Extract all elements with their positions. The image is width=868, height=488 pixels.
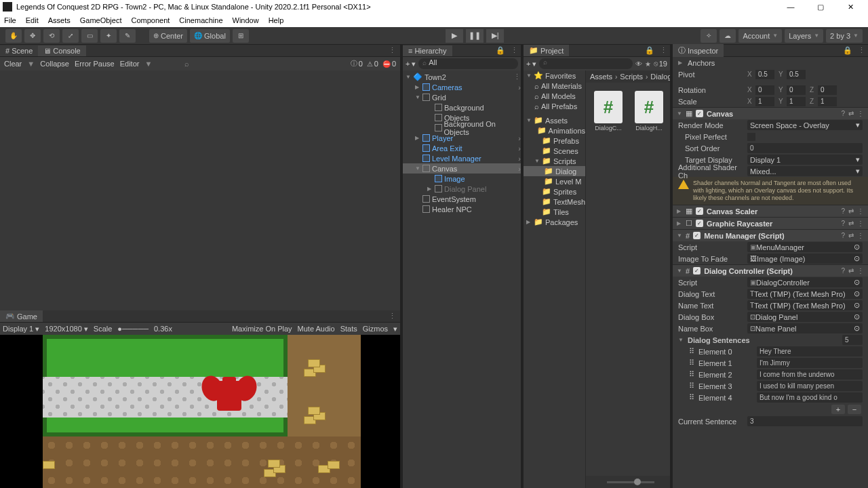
hand-tool-button[interactable]: ✋ (5, 29, 22, 43)
layout-dropdown[interactable]: 2 by 3▼ (826, 29, 863, 43)
menu-help[interactable]: Help (269, 16, 284, 24)
graphic-raycaster-component[interactable]: ▶☐✓Graphic Raycaster?⇄⋮ (673, 217, 868, 229)
editor-dropdown[interactable]: Editor (120, 60, 140, 68)
dialog-controller-component[interactable]: ▼#✓Dialog Controller (Script)?⇄⋮ (673, 264, 868, 277)
pivot-y-field[interactable]: 0.5 (787, 70, 806, 79)
folder-item[interactable]: ▼📁 Scripts (524, 156, 585, 166)
tab-inspector[interactable]: ⓘ Inspector (673, 44, 724, 57)
tab-menu-icon[interactable]: ⋮ (384, 312, 400, 321)
collapse-button[interactable]: Collapse (40, 60, 69, 68)
collab-button[interactable]: ✧ (701, 29, 717, 43)
hierarchy-item[interactable]: Background On Objects (403, 123, 521, 133)
play-button[interactable]: ▶ (446, 29, 463, 43)
hidden-count[interactable]: ⦸19 (654, 60, 667, 68)
search-icon[interactable]: ⌕ (184, 60, 189, 68)
hierarchy-search[interactable]: ⌕ All (418, 58, 518, 69)
folder-item[interactable]: 📁 Level M (524, 176, 585, 186)
hierarchy-item[interactable]: Level Manager› (403, 153, 521, 163)
rect-tool-button[interactable]: ▭ (81, 29, 98, 43)
error-count[interactable]: ⛔ 0 (382, 60, 396, 68)
step-button[interactable]: ▶| (486, 29, 504, 43)
scale-tool-button[interactable]: ⤢ (62, 29, 79, 43)
menu-cinemachine[interactable]: Cinemachine (179, 16, 222, 24)
object-field[interactable]: 🖼 Image (Image)⊙ (747, 253, 863, 264)
clear-button[interactable]: Clear (4, 60, 22, 68)
folder-item[interactable]: 📁 Scenes (524, 146, 585, 156)
tab-project[interactable]: 📁 Project (524, 45, 569, 56)
folder-item-selected[interactable]: 📁 Dialog (524, 166, 585, 176)
close-button[interactable]: ✕ (835, 0, 865, 14)
scl-x-field[interactable]: 1 (755, 97, 774, 106)
hierarchy-item[interactable]: Healer NPC (403, 204, 521, 214)
icon-size-slider[interactable] (586, 476, 670, 488)
hierarchy-item-selected[interactable]: ▼Canvas› (403, 163, 521, 174)
pixelperfect-checkbox[interactable] (747, 133, 755, 141)
project-search[interactable]: ⌕ (539, 58, 632, 69)
assets-header[interactable]: ▼📁 Assets (524, 115, 585, 125)
file-item[interactable]: #DialogH... (635, 91, 663, 131)
object-field[interactable]: ⊡ Dialog Panel⊙ (747, 312, 863, 322)
object-field[interactable]: T Text (TMP) (Text Mesh Pro)⊙ (747, 300, 863, 310)
menu-file[interactable]: File (4, 16, 16, 24)
scene-root[interactable]: ▼🔷 Town2⋮ (403, 72, 521, 82)
tab-menu-icon[interactable]: ⋮ (384, 46, 400, 55)
error-pause-button[interactable]: Error Pause (75, 60, 115, 68)
pause-button[interactable]: ❚❚ (466, 29, 484, 43)
file-item[interactable]: #DialogC... (594, 91, 623, 131)
targetdisplay-dropdown[interactable]: Display 1▾ (747, 155, 863, 165)
stats-toggle[interactable]: Stats (340, 325, 357, 333)
scale-slider[interactable]: ●───── (117, 325, 149, 333)
packages-header[interactable]: ▶📁 Packages (524, 217, 585, 227)
account-dropdown[interactable]: Account▼ (738, 29, 782, 43)
create-dropdown[interactable]: + ▾ (526, 60, 536, 68)
canvas-component[interactable]: ▼▦✓Canvas?⇄⋮ (673, 107, 868, 119)
transform-tool-button[interactable]: ✦ (100, 29, 117, 43)
mute-toggle[interactable]: Mute Audio (298, 325, 335, 333)
element-field[interactable]: I used to kill many pesen (757, 381, 863, 391)
rot-x-field[interactable]: 0 (755, 85, 774, 95)
rotate-tool-button[interactable]: ⟲ (43, 29, 60, 43)
tab-game[interactable]: 🎮 Game (0, 310, 43, 322)
move-tool-button[interactable]: ✥ (24, 29, 41, 43)
menu-manager-component[interactable]: ▼#✓Menu Manager (Script)?⇄⋮ (673, 229, 868, 241)
hierarchy-item[interactable]: Background (403, 102, 521, 113)
breadcrumb[interactable]: Assets›Scripts›Dialog (586, 70, 670, 83)
tab-console[interactable]: 🖥 Console (38, 45, 85, 56)
hierarchy-item[interactable]: ▼Grid (403, 92, 521, 102)
pivot-rotation-button[interactable]: 🌐 Global (190, 29, 230, 43)
display-dropdown[interactable]: Display 1 ▾ (3, 325, 39, 333)
element-field[interactable]: I come from the underwo (757, 369, 863, 380)
snap-button[interactable]: ⊞ (233, 29, 249, 43)
folder-item[interactable]: ⌕ All Materials (524, 81, 585, 91)
cloud-button[interactable]: ☁ (719, 29, 736, 43)
minimize-button[interactable]: — (776, 0, 806, 14)
rot-z-field[interactable]: 0 (818, 85, 837, 95)
object-field[interactable]: T Text (TMP) (Text Mesh Pro)⊙ (747, 289, 863, 299)
menu-window[interactable]: Window (233, 16, 259, 24)
folder-item[interactable]: 📁 Prefabs (524, 136, 585, 146)
element-field[interactable]: Hey There (757, 346, 863, 357)
canvas-scaler-component[interactable]: ▶▦✓Canvas Scaler?⇄⋮ (673, 205, 868, 217)
warn-count[interactable]: ⚠ 0 (367, 60, 378, 68)
folder-item[interactable]: 📁 Sprites (524, 186, 585, 197)
rendermode-dropdown[interactable]: Screen Space - Overlay▾ (747, 120, 863, 130)
info-count[interactable]: ⓘ 0 (351, 59, 363, 68)
resolution-dropdown[interactable]: 1920x1080 ▾ (45, 325, 88, 333)
array-remove-button[interactable]: − (848, 405, 861, 414)
maximize-toggle[interactable]: Maximize On Play (232, 325, 292, 333)
scl-z-field[interactable]: 1 (818, 97, 837, 106)
filter-icon[interactable]: 👁 (635, 60, 642, 68)
folder-item[interactable]: 📁 Animations (524, 125, 585, 136)
maximize-button[interactable]: ▢ (806, 0, 835, 14)
element-field[interactable]: But now I'm a good kind o (757, 392, 863, 403)
layers-dropdown[interactable]: Layers▼ (785, 29, 823, 43)
array-size-field[interactable]: 5 (842, 335, 863, 345)
create-dropdown[interactable]: + ▾ (406, 60, 416, 68)
scl-y-field[interactable]: 1 (787, 97, 806, 106)
element-field[interactable]: I'm Jimmy (757, 358, 863, 368)
current-sentence-field[interactable]: 3 (747, 416, 863, 426)
custom-tool-button[interactable]: ✎ (119, 29, 136, 43)
filter-icon[interactable]: ★ (645, 60, 651, 68)
folder-item[interactable]: ⌕ All Prefabs (524, 101, 585, 111)
lock-icon[interactable]: 🔒 (493, 46, 508, 55)
